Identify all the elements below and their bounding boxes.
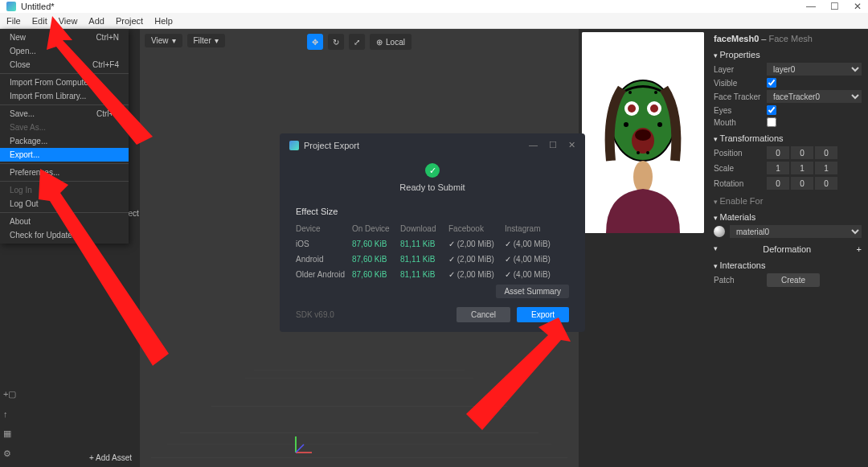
scale-tool-icon[interactable]: ⤢ [349,34,365,50]
settings-icon[interactable]: ⚙ [3,449,16,459]
rot-y[interactable] [791,177,813,190]
svg-point-17 [646,151,649,154]
eyes-checkbox[interactable] [767,105,776,115]
sdk-version: SDK v69.0 [296,310,334,319]
window-title: Untitled* [21,2,806,11]
material-swatch-icon [714,226,725,237]
menu-file[interactable]: File [6,16,21,26]
rotate-tool-icon[interactable]: ↻ [328,34,344,50]
section-properties[interactable]: Properties [714,50,862,59]
svg-line-2 [296,444,304,453]
svg-point-12 [624,122,628,127]
svg-point-11 [635,129,651,141]
check-icon: ✓ [425,163,440,178]
move-tool-icon[interactable]: ✥ [307,34,323,50]
modal-minimize[interactable]: — [529,140,538,150]
annotation-arrow [450,317,587,438]
svg-marker-20 [39,169,169,366]
add-asset-button[interactable]: + Add Asset [0,449,140,467]
table-row: Android87,60 KiB81,11 KiB(2,00 MiB)(4,00… [296,252,569,267]
annotation-arrow [24,169,185,370]
mouth-checkbox[interactable] [767,117,776,127]
table-header: DeviceOn DeviceDownloadFacebookInstagram [296,221,569,236]
modal-title: Project Export [304,141,529,150]
svg-point-15 [654,91,657,94]
preview-panel [579,29,707,467]
rot-x[interactable] [767,177,789,190]
app-logo [6,2,16,11]
asset-summary-button[interactable]: Asset Summary [496,285,569,298]
ready-label: Ready to Submit [280,182,585,192]
svg-marker-21 [466,317,571,430]
add-deformation-icon[interactable]: + [857,244,862,254]
chevron-down-icon: ▾ [215,36,219,45]
up-arrow-icon[interactable]: ↑ [3,409,16,419]
annotation-arrow [24,16,185,153]
svg-point-7 [628,104,636,113]
filter-dropdown[interactable]: Filter ▾ [187,34,225,47]
axis-gizmo [293,433,315,456]
modal-logo [289,141,299,150]
scale-z[interactable] [815,162,837,174]
section-enable-for[interactable]: Enable For [714,196,862,206]
modal-close[interactable]: ✕ [568,140,575,150]
material-select[interactable]: material0 [730,225,862,238]
modal-maximize[interactable]: ☐ [549,140,557,150]
table-row: Older Android87,60 KiB81,11 KiB(2,00 MiB… [296,267,569,282]
section-deformation[interactable]: Deformation+ [714,244,862,254]
library-icon[interactable]: ▦ [3,428,16,439]
section-materials[interactable]: Materials [714,212,862,222]
layer-select[interactable]: layer0 [767,63,862,76]
export-modal: Project Export —☐✕ ✓ Ready to Submit Eff… [280,133,585,332]
pos-x[interactable] [767,146,789,159]
pos-z[interactable] [815,146,837,159]
scale-y[interactable] [791,162,813,174]
section-interactions[interactable]: Interactions [714,260,862,270]
close-button[interactable]: ✕ [854,1,862,12]
svg-point-18 [633,161,653,193]
titlebar: Untitled* — ☐ ✕ [0,0,868,13]
inspector-panel: faceMesh0 – Face Mesh Properties Layerla… [707,29,868,467]
svg-point-9 [650,104,658,113]
svg-point-14 [628,91,632,94]
svg-point-13 [657,122,662,127]
tracker-select[interactable]: faceTracker0 [767,90,862,103]
table-row: iOS87,60 KiB81,11 KiB(2,00 MiB)(4,00 MiB… [296,236,569,252]
sidebar-rail: +▢ ↑ ▦ ⚙ [0,389,16,459]
scale-x[interactable] [767,162,789,174]
minimize-button[interactable]: — [806,1,816,12]
local-toggle[interactable]: ⊕ Local [370,34,411,50]
rot-z[interactable] [815,177,837,190]
add-icon[interactable]: +▢ [3,389,16,399]
section-transformations[interactable]: Transformations [714,133,862,143]
svg-point-16 [637,151,640,154]
preview-image [582,32,704,233]
pos-y[interactable] [791,146,813,159]
visible-checkbox[interactable] [767,78,776,88]
maximize-button[interactable]: ☐ [830,1,839,12]
svg-marker-19 [47,16,153,145]
create-patch-button[interactable]: Create [767,273,820,287]
effect-size-header: Effect Size [296,207,569,216]
